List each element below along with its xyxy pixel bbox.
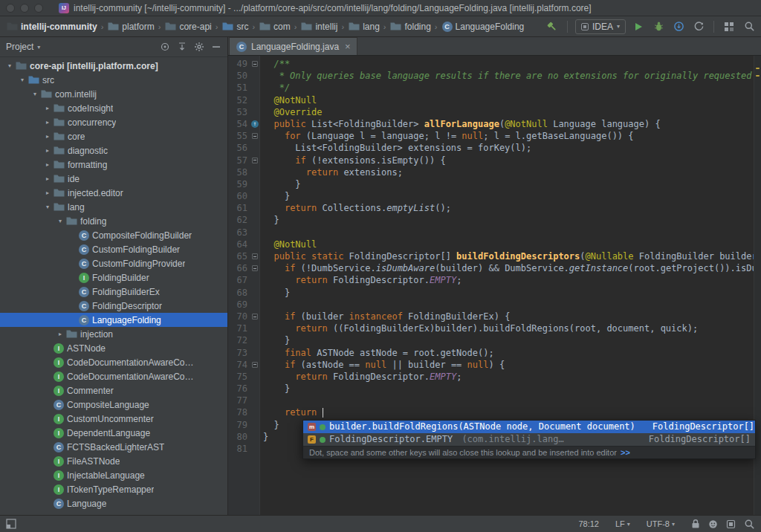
lock-icon[interactable]: [691, 519, 700, 529]
editor-tab[interactable]: C LanguageFolding.java ×: [229, 37, 357, 55]
chevron-expanded-icon[interactable]: ▾: [4, 62, 15, 69]
fold-marker-icon[interactable]: [252, 253, 258, 259]
chevron-collapsed-icon[interactable]: ▸: [42, 175, 53, 182]
chevron-collapsed-icon[interactable]: ▸: [42, 189, 53, 196]
chevron-expanded-icon[interactable]: ▾: [42, 204, 53, 210]
zoom-button[interactable]: [34, 4, 43, 13]
tree-item[interactable]: ▾src: [0, 73, 227, 87]
line-number[interactable]: 53: [228, 106, 250, 118]
run-config-select[interactable]: IDEA ▾: [575, 19, 626, 34]
line-number[interactable]: 68: [228, 287, 250, 299]
chevron-down-icon[interactable]: ▾: [37, 44, 40, 51]
run-button[interactable]: [631, 19, 646, 34]
breadcrumb-item[interactable]: intellij-community: [4, 20, 99, 33]
tree-item[interactable]: CLanguageFolding: [0, 313, 227, 327]
tree-item[interactable]: IASTNode: [0, 341, 227, 355]
tree-item[interactable]: ▸formatting: [0, 158, 227, 172]
line-number[interactable]: 70: [228, 311, 250, 322]
line-number[interactable]: 78: [228, 406, 250, 418]
scroll-from-source-icon[interactable]: [160, 42, 170, 52]
line-number[interactable]: 74: [228, 359, 250, 371]
toolwindows-button[interactable]: [722, 19, 736, 34]
tree-item[interactable]: ICodeDocumentationAwareCo…: [0, 355, 227, 369]
line-number[interactable]: 71: [228, 322, 250, 334]
chevron-expanded-icon[interactable]: ▾: [17, 77, 27, 83]
hide-panel-icon[interactable]: [211, 42, 221, 52]
breadcrumb-item[interactable]: com: [257, 20, 292, 33]
tree-item[interactable]: IInjectableLanguage: [0, 468, 227, 482]
tree-item[interactable]: ▸ide: [0, 172, 227, 186]
chevron-expanded-icon[interactable]: ▾: [30, 91, 40, 97]
tree-item[interactable]: CFoldingDescriptor: [0, 299, 227, 313]
breadcrumb-item[interactable]: CLanguageFolding: [440, 21, 526, 33]
zoom-magnifier-icon[interactable]: [744, 519, 755, 530]
tree-item[interactable]: ▸concurrency: [0, 115, 227, 129]
line-number[interactable]: 77: [228, 395, 250, 406]
tree-item[interactable]: CFoldingBuilderEx: [0, 285, 227, 299]
close-tab-icon[interactable]: ×: [345, 42, 351, 51]
line-number[interactable]: 81: [228, 443, 250, 455]
line-number[interactable]: 59: [228, 178, 250, 190]
breadcrumb-item[interactable]: lang: [346, 20, 381, 33]
tree-item[interactable]: ICustomUncommenter: [0, 412, 227, 426]
line-number[interactable]: 73: [228, 347, 250, 359]
line-separator-indicator[interactable]: LF▾: [615, 519, 630, 528]
line-number[interactable]: 51: [228, 82, 250, 94]
search-everywhere-button[interactable]: [742, 19, 757, 34]
chevron-collapsed-icon[interactable]: ▸: [42, 133, 53, 140]
tree-item[interactable]: CLanguage: [0, 496, 227, 510]
settings-gear-icon[interactable]: [194, 42, 204, 52]
tree-item[interactable]: ▾folding: [0, 214, 227, 228]
build-hammer-button[interactable]: [545, 19, 560, 34]
fold-marker-icon[interactable]: [252, 61, 258, 67]
toolwindow-switcher-icon[interactable]: [6, 519, 16, 529]
completion-item[interactable]: mbuilder.buildFoldRegions(ASTNode node, …: [303, 421, 755, 433]
line-number[interactable]: 56: [228, 142, 250, 154]
tree-item[interactable]: CCompositeFoldingBuilder: [0, 228, 227, 242]
debug-button[interactable]: [651, 19, 666, 34]
breadcrumb-item[interactable]: platform: [106, 20, 155, 33]
override-gutter-icon[interactable]: ↑: [251, 120, 259, 128]
line-number[interactable]: 60: [228, 190, 250, 202]
line-number[interactable]: 69: [228, 299, 250, 311]
tree-item[interactable]: CCustomFoldingBuilder: [0, 242, 227, 256]
line-number[interactable]: 76: [228, 383, 250, 395]
breadcrumb-item[interactable]: src: [220, 20, 250, 33]
fold-marker-icon[interactable]: [252, 362, 258, 368]
chevron-collapsed-icon[interactable]: ▸: [55, 331, 65, 337]
tree-item[interactable]: ▸core: [0, 129, 227, 143]
tree-item[interactable]: ICommenter: [0, 383, 227, 398]
line-number[interactable]: 54: [228, 118, 250, 130]
breadcrumb-item[interactable]: intellij: [299, 20, 339, 33]
tree-item[interactable]: IDependentLanguage: [0, 426, 227, 440]
chevron-collapsed-icon[interactable]: ▸: [42, 161, 53, 168]
line-number[interactable]: 64: [228, 239, 250, 250]
line-number[interactable]: 67: [228, 274, 250, 286]
collapse-all-icon[interactable]: [177, 42, 187, 52]
line-number[interactable]: 49: [228, 58, 250, 70]
tree-item[interactable]: CCustomFoldingProvider: [0, 256, 227, 270]
profiler-button[interactable]: [691, 19, 706, 34]
line-number[interactable]: 61: [228, 202, 250, 214]
warning-stripe-mark[interactable]: [756, 75, 760, 77]
chevron-expanded-icon[interactable]: ▾: [55, 218, 65, 224]
line-number[interactable]: 79: [228, 419, 250, 431]
close-button[interactable]: [6, 4, 15, 13]
tree-item[interactable]: ▸injection: [0, 327, 227, 341]
warning-stripe-mark[interactable]: [756, 68, 760, 69]
fold-marker-icon[interactable]: [252, 265, 258, 271]
tree-item[interactable]: IITokenTypeRemapper: [0, 482, 227, 496]
tree-item[interactable]: IFileASTNode: [0, 454, 227, 468]
tree-item[interactable]: CCompositeLanguage: [0, 398, 227, 412]
chevron-collapsed-icon[interactable]: ▸: [42, 119, 53, 126]
breadcrumb-item[interactable]: folding: [388, 20, 432, 33]
tree-item[interactable]: ICodeDocumentationAwareCo…: [0, 369, 227, 383]
code-editor[interactable]: 49 /**50 * Only queries base language re…: [228, 56, 761, 515]
chevron-collapsed-icon[interactable]: ▸: [42, 147, 53, 154]
line-number[interactable]: 55: [228, 130, 250, 142]
encoding-indicator[interactable]: UTF-8▾: [647, 519, 675, 528]
line-number[interactable]: 52: [228, 94, 250, 106]
completion-hint-link[interactable]: >>: [621, 448, 630, 457]
hector-inspector-icon[interactable]: [708, 519, 718, 529]
minimize-button[interactable]: [20, 4, 29, 13]
